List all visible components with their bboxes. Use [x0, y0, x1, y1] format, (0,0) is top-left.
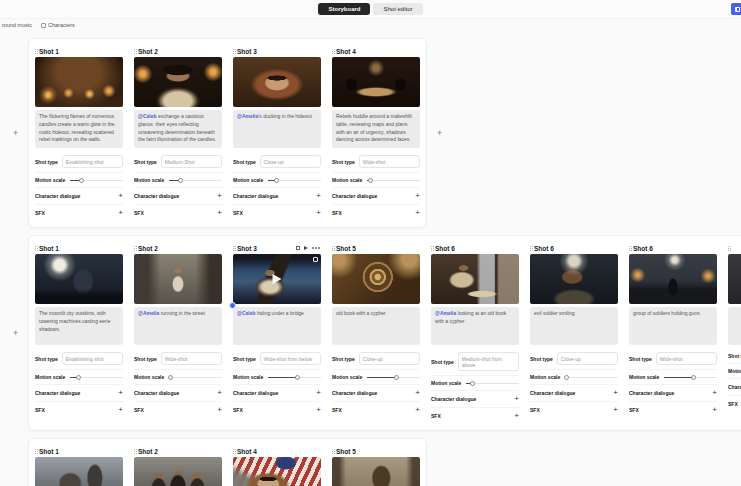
shot-card[interactable]: Shot 3 @Amelia's ducking in the hideout … [233, 45, 321, 221]
drag-handle-icon[interactable] [134, 449, 135, 450]
shot-thumbnail[interactable] [35, 457, 123, 486]
duplicate-icon[interactable] [296, 246, 300, 250]
slider-knob[interactable] [79, 178, 84, 183]
add-sfx-button[interactable]: + [118, 406, 123, 414]
tab-characters[interactable]: Characters [41, 22, 75, 28]
shot-thumbnail[interactable] [35, 254, 123, 304]
slider-knob[interactable] [691, 375, 696, 380]
shot-type-input[interactable]: Establishing shot [62, 352, 123, 365]
motion-scale-slider[interactable] [268, 178, 321, 183]
shot-type-input[interactable]: Wide-shot [359, 155, 420, 168]
shot-card[interactable]: Shot type Motion scale Character dialogu… [728, 242, 741, 424]
shot-thumbnail[interactable] [332, 457, 420, 486]
shot-card[interactable]: Shot 2 @Caleb exchange a cautious glance… [134, 45, 222, 221]
add-shot-left-button[interactable]: + [13, 129, 18, 138]
panel-button[interactable] [731, 3, 741, 15]
shot-description[interactable]: old book with a cypher [332, 307, 420, 345]
shot-type-input[interactable]: Wide-shot [656, 352, 717, 365]
shot-description[interactable]: evil soldier smiling [530, 307, 618, 345]
slider-knob[interactable] [274, 178, 279, 183]
drag-indicator-dot[interactable] [229, 302, 236, 309]
shot-description[interactable]: @Caleb exchange a cautious glance, their… [134, 110, 222, 148]
shot-description[interactable] [728, 307, 741, 345]
motion-scale-slider[interactable] [70, 375, 123, 380]
shot-type-input[interactable]: Close-up [260, 155, 321, 168]
play-icon[interactable] [304, 246, 308, 250]
shot-description[interactable]: @Amelia running in the street [134, 307, 222, 345]
add-dialogue-button[interactable]: + [613, 389, 618, 397]
drag-handle-icon[interactable] [332, 246, 333, 247]
motion-scale-slider[interactable] [466, 381, 519, 386]
shot-thumbnail[interactable] [431, 254, 519, 304]
motion-scale-slider[interactable] [367, 375, 420, 380]
shot-description[interactable]: @Caleb hiding under a bridge [233, 307, 321, 345]
add-dialogue-button[interactable]: + [514, 395, 519, 403]
shot-card[interactable]: Shot 5 old book with a cypher Shot type … [332, 242, 420, 424]
add-sfx-button[interactable]: + [514, 412, 519, 420]
slider-knob[interactable] [368, 178, 373, 183]
motion-scale-slider[interactable] [169, 375, 222, 380]
tab-background-music[interactable]: round music [2, 22, 32, 28]
drag-handle-icon[interactable] [233, 246, 234, 247]
slider-knob[interactable] [76, 375, 81, 380]
drag-handle-icon[interactable] [233, 49, 234, 50]
add-sfx-button[interactable]: + [415, 209, 420, 217]
shot-card[interactable]: Shot 4 Rebels huddle around a makeshift … [332, 45, 420, 221]
shot-thumbnail[interactable] [35, 57, 123, 107]
shot-type-input[interactable]: Close-up [359, 352, 420, 365]
shot-description[interactable]: The flickering flames of numerous candle… [35, 110, 123, 148]
add-dialogue-button[interactable]: + [118, 192, 123, 200]
add-sfx-button[interactable]: + [217, 209, 222, 217]
add-dialogue-button[interactable]: + [712, 389, 717, 397]
shot-thumbnail[interactable] [233, 254, 321, 304]
shot-card[interactable]: Shot 4 @Amelia's hand trembling as she g… [233, 445, 321, 486]
add-sfx-button[interactable]: + [316, 406, 321, 414]
drag-handle-icon[interactable] [629, 246, 630, 247]
drag-handle-icon[interactable] [332, 449, 333, 450]
shot-description[interactable]: Rebels huddle around a makeshift table, … [332, 110, 420, 148]
shot-thumbnail[interactable] [134, 254, 222, 304]
shot-card[interactable]: Shot 6 group of soldiers holding guns Sh… [629, 242, 717, 424]
shot-thumbnail[interactable] [530, 254, 618, 304]
add-dialogue-button[interactable]: + [415, 389, 420, 397]
slider-knob[interactable] [168, 375, 173, 380]
shot-thumbnail[interactable] [134, 457, 222, 486]
slider-knob[interactable] [394, 375, 399, 380]
motion-scale-slider[interactable] [565, 375, 618, 380]
slider-knob[interactable] [470, 381, 475, 386]
shot-thumbnail[interactable] [332, 254, 420, 304]
shot-thumbnail[interactable] [728, 254, 741, 304]
add-sfx-button[interactable]: + [613, 406, 618, 414]
drag-handle-icon[interactable] [35, 246, 36, 247]
more-icon[interactable] [315, 247, 317, 249]
add-dialogue-button[interactable]: + [316, 389, 321, 397]
shot-card[interactable]: Shot 6 @Amelia looking at an old book wi… [431, 242, 519, 424]
add-dialogue-button[interactable]: + [118, 389, 123, 397]
motion-scale-slider[interactable] [70, 178, 123, 183]
add-shot-left-button[interactable]: + [13, 329, 18, 338]
drag-handle-icon[interactable] [431, 246, 432, 247]
shot-card[interactable]: Shot 1 The central square, draped in dar… [35, 445, 123, 486]
shot-type-input[interactable]: Close-up [557, 352, 618, 365]
motion-scale-slider[interactable] [664, 375, 717, 380]
drag-handle-icon[interactable] [35, 449, 36, 450]
add-shot-right-button[interactable]: + [437, 129, 442, 138]
shot-description[interactable]: group of soldiers holding guns [629, 307, 717, 345]
add-dialogue-button[interactable]: + [217, 192, 222, 200]
drag-handle-icon[interactable] [530, 246, 531, 247]
shot-card[interactable]: Shot 3 @Caleb hiding under a bridge Shot… [233, 242, 321, 424]
shot-description[interactable]: The moonlit city outskirts, with towerin… [35, 307, 123, 345]
slider-knob[interactable] [564, 375, 569, 380]
drag-handle-icon[interactable] [233, 449, 234, 450]
shot-description[interactable]: @Amelia looking at an old book with a cy… [431, 307, 519, 345]
slider-knob[interactable] [178, 178, 183, 183]
expand-icon[interactable] [313, 257, 318, 262]
add-sfx-button[interactable]: + [316, 209, 321, 217]
shot-card[interactable]: Shot 5 Machines unleashing a deafening c… [332, 445, 420, 486]
drag-handle-icon[interactable] [134, 49, 135, 50]
add-dialogue-button[interactable]: + [415, 192, 420, 200]
shot-type-input[interactable]: Wide-shot [161, 352, 222, 365]
add-dialogue-button[interactable]: + [217, 389, 222, 397]
drag-handle-icon[interactable] [332, 49, 333, 50]
motion-scale-slider[interactable] [268, 375, 321, 380]
